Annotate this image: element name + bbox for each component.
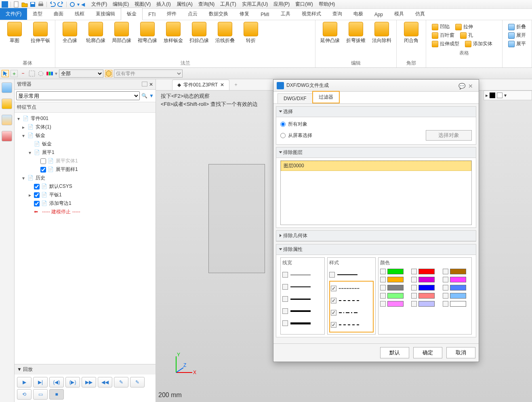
ribbon-small-button[interactable]: 添加实体 xyxy=(465,40,492,47)
menu-item[interactable]: 窗口(W) xyxy=(293,0,315,8)
tree-row[interactable]: ▸📄实体(1) xyxy=(15,123,156,131)
color-cell[interactable] xyxy=(443,293,470,299)
width-check[interactable] xyxy=(282,308,288,314)
width-check[interactable] xyxy=(282,320,288,326)
color-cell[interactable] xyxy=(380,269,407,274)
undo-icon[interactable] xyxy=(49,1,56,8)
close-icon[interactable]: ✕ xyxy=(149,82,153,87)
doc-button[interactable]: ▭ xyxy=(33,389,48,400)
menu-item[interactable]: 工具(T) xyxy=(218,0,238,8)
color-check[interactable] xyxy=(411,277,417,282)
color-check[interactable] xyxy=(443,277,448,282)
menu-item[interactable]: 查询(N) xyxy=(196,0,217,8)
pick-objects-button[interactable]: 选择对象 xyxy=(426,130,472,141)
style-check[interactable] xyxy=(329,272,335,278)
color-check[interactable] xyxy=(411,285,417,290)
color-check[interactable] xyxy=(380,277,386,282)
expand-icon[interactable]: ▾ xyxy=(16,116,21,122)
color-cell[interactable] xyxy=(443,285,470,290)
ribbon-small-button[interactable]: 折叠 xyxy=(508,23,526,30)
cube-icon[interactable] xyxy=(105,70,112,77)
vbar-scene-icon[interactable] xyxy=(2,115,12,125)
tree-row[interactable]: 📄默认CSYS xyxy=(15,182,156,191)
width-check[interactable] xyxy=(282,296,288,302)
ribbon-button[interactable]: 闭合角 xyxy=(399,22,423,59)
tree-row[interactable]: 📄钣金 xyxy=(15,140,156,148)
stop-button[interactable]: ■ xyxy=(49,389,64,400)
color-cell[interactable] xyxy=(411,285,438,290)
edit-button[interactable]: ✎ xyxy=(130,377,145,387)
cancel-button[interactable]: 取消 xyxy=(446,347,475,358)
color-check[interactable] xyxy=(443,269,448,274)
redo-icon[interactable] xyxy=(57,1,64,8)
swatch-black[interactable] xyxy=(490,93,495,98)
radio-from-screen[interactable] xyxy=(280,133,286,138)
tree-row[interactable]: ▾📄展平1 xyxy=(15,148,156,157)
ribbon-button[interactable]: 转折 xyxy=(239,22,263,59)
ribbon-button[interactable]: 扫掠凸缘 xyxy=(187,22,211,59)
vbar-cube-icon[interactable] xyxy=(2,82,12,93)
tree-row[interactable]: ▾📄钣金 xyxy=(15,131,156,140)
menu-item[interactable]: 编辑(E) xyxy=(110,0,131,8)
expand-icon[interactable]: ▸ xyxy=(27,192,32,198)
ribbon-button[interactable]: 褶弯凸缘 xyxy=(135,22,160,59)
ok-button[interactable]: 确定 xyxy=(413,347,442,358)
dialog-titlebar[interactable]: DXF/DWG文件生成 💬 ✕ xyxy=(273,80,479,92)
play-button[interactable]: ▶ xyxy=(17,377,32,387)
tree-row[interactable]: ⬅----- 建模停止 ----- xyxy=(15,208,156,216)
ribbon-button[interactable]: 折弯拔锥 xyxy=(344,22,368,59)
ribbon-tab[interactable]: PMI xyxy=(255,9,275,20)
ribbon-tab[interactable]: 数据交换 xyxy=(203,8,234,20)
pointer-icon[interactable] xyxy=(2,70,9,77)
ribbon-button[interactable]: 法向除料 xyxy=(370,22,394,59)
color-cell[interactable] xyxy=(411,269,438,274)
color-check[interactable] xyxy=(380,301,386,307)
help-icon[interactable]: 💬 xyxy=(458,83,466,88)
ribbon-button[interactable]: 沿线折叠 xyxy=(213,22,237,59)
ribbon-tab[interactable]: 修复 xyxy=(234,8,255,20)
ribbon-button[interactable]: 延伸凸缘 xyxy=(318,22,342,59)
ribbon-button[interactable]: 草图 xyxy=(2,22,27,59)
print-icon[interactable] xyxy=(38,1,44,8)
scope-dropdown[interactable]: 全部 xyxy=(59,69,103,78)
ribbon-tab[interactable]: 文件(F) xyxy=(0,8,27,20)
swatch-white[interactable] xyxy=(497,93,503,98)
ribbon-tab[interactable]: 点云 xyxy=(182,8,203,20)
ribbon-small-button[interactable]: 百叶窗 xyxy=(432,32,454,39)
color-check[interactable] xyxy=(443,301,448,307)
vbar-box-icon[interactable] xyxy=(2,99,12,109)
ribbon-tab[interactable]: 工具 xyxy=(275,8,296,20)
color-cell[interactable] xyxy=(443,301,470,307)
color-check[interactable] xyxy=(411,301,417,307)
tree-check[interactable] xyxy=(40,158,46,164)
color-check[interactable] xyxy=(411,269,417,274)
ribbon-button[interactable]: 拉伸平钣 xyxy=(28,22,53,59)
menu-item[interactable]: 属性(A) xyxy=(174,0,195,8)
ribbon-tab[interactable]: 查询 xyxy=(327,8,348,20)
refresh-icon[interactable] xyxy=(69,1,76,8)
tree-row[interactable]: ▾📄零件001 xyxy=(15,114,156,123)
ribbon-small-button[interactable]: 拉伸 xyxy=(455,23,473,30)
dropdown-icon[interactable]: ▾ xyxy=(504,93,507,98)
tab-dwg-dxf[interactable]: DWG/DXF xyxy=(278,93,313,103)
link-button[interactable]: ⟲ xyxy=(17,389,32,400)
ribbon-tab[interactable]: App xyxy=(369,9,389,20)
close-icon[interactable]: ✕ xyxy=(468,83,475,88)
new-icon[interactable] xyxy=(13,1,20,8)
tree-check[interactable] xyxy=(34,184,40,189)
expand-icon[interactable]: ▾ xyxy=(27,150,32,156)
ribbon-tab[interactable]: 钣金 xyxy=(121,8,143,20)
expand-icon[interactable]: ▸ xyxy=(21,124,26,130)
radio-all-objects[interactable] xyxy=(280,122,286,127)
ribbon-tab[interactable]: 曲面 xyxy=(48,8,69,20)
menu-item[interactable]: 文件(F) xyxy=(89,0,109,8)
ribbon-small-button[interactable]: 展平 xyxy=(508,40,526,47)
ribbon-small-button[interactable]: 拉伸成型 xyxy=(432,40,459,47)
expand-icon[interactable]: ▾ xyxy=(21,133,26,139)
color-check[interactable] xyxy=(411,293,417,299)
remove-icon[interactable]: － xyxy=(19,70,27,77)
prev-button[interactable]: (◀) xyxy=(49,377,64,387)
ribbon-button[interactable]: 放样钣金 xyxy=(161,22,185,59)
next-button[interactable]: (▶) xyxy=(65,377,80,387)
brush-button[interactable]: ✎ xyxy=(114,377,128,387)
